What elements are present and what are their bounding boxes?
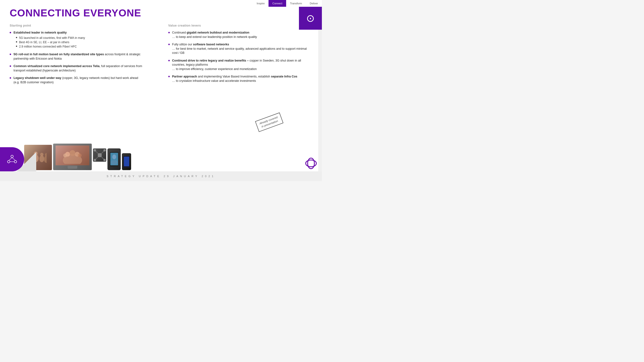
nav-transform[interactable]: Transform — [286, 0, 306, 7]
svg-point-30 — [111, 160, 118, 165]
svg-point-17 — [78, 153, 82, 157]
left-column: Starting point Established leader in net… — [10, 24, 156, 88]
phone-screen-content — [110, 151, 119, 168]
bullet-dot-4 — [10, 77, 11, 79]
footer-bar: STRATEGY UPDATE 29 JANUARY 2021 — [0, 171, 322, 181]
svg-point-2 — [14, 160, 17, 163]
right-column: Value creation levers Continued gigabit … — [166, 24, 312, 88]
right-bullet-dot-1 — [168, 32, 170, 33]
left-section-heading: Starting point — [10, 24, 154, 27]
location-pin-icon: ⊙ — [306, 13, 315, 23]
svg-point-10 — [44, 156, 46, 163]
phone-device-small — [122, 153, 131, 170]
svg-point-1 — [8, 160, 10, 163]
monitor-screen — [56, 145, 89, 165]
sub-item-2: Best 4G in SE, LI, EE – at par in others — [14, 40, 154, 44]
monitor-stand — [68, 166, 77, 169]
bullet-dot-1 — [10, 32, 11, 33]
right-bullet-4: Partner approach and implementing Value … — [168, 74, 312, 83]
nav-inspire[interactable]: Inspire — [253, 0, 268, 7]
left-bullet-list: Established leader in network quality 5G… — [10, 31, 154, 84]
left-bullet-3: Common virtualized core network implemen… — [10, 64, 154, 73]
right-bullet-1: Continued gigabit network buildout and m… — [168, 31, 312, 39]
selfie-group-photo — [60, 147, 84, 164]
telia-logo-icon — [305, 157, 317, 169]
right-section-heading: Value creation levers — [168, 24, 312, 27]
right-bullet-list: Continued gigabit network buildout and m… — [168, 31, 312, 83]
right-bullet-dot-3 — [168, 60, 170, 61]
right-bullet-dot-2 — [168, 44, 170, 45]
gray-strip-right — [318, 30, 322, 171]
right-bullet-dot-4 — [168, 76, 170, 77]
device-images-area — [24, 144, 131, 170]
sub-item-3: 2.9 million homes connected with Fiber/ … — [14, 45, 154, 48]
svg-point-8 — [39, 155, 44, 162]
svg-point-25 — [94, 159, 96, 161]
svg-point-26 — [103, 159, 106, 161]
svg-point-14 — [70, 150, 75, 156]
svg-point-24 — [103, 149, 106, 152]
right-bullet-1-text: Continued gigabit network buildout and m… — [172, 31, 312, 39]
small-phone-screen — [123, 155, 130, 168]
left-bullet-3-text: Common virtualized core network implemen… — [14, 64, 154, 73]
drone-device — [93, 148, 106, 162]
right-bullet-2-text: Fully utilize our software based network… — [172, 42, 312, 55]
sub-dot — [16, 37, 17, 38]
top-navigation: Inspire Connect Transform Deliver — [253, 0, 322, 7]
monitor-device — [53, 144, 92, 170]
drone-icon — [94, 149, 106, 161]
svg-point-0 — [11, 155, 13, 158]
bullet-dot-2 — [10, 53, 11, 55]
left-bullet-4-text: Legacy shutdown well under way (copper, … — [14, 76, 154, 84]
right-bullet-3-text: Continued drive to retire legacy and rea… — [172, 59, 312, 71]
page-title: CONNECTING EVERYONE — [10, 7, 312, 19]
nav-deliver[interactable]: Deliver — [306, 0, 322, 7]
sub-dot — [16, 46, 17, 47]
two-column-layout: Starting point Established leader in net… — [10, 24, 312, 88]
connect-icon-box: ⊙ — [299, 7, 322, 30]
svg-point-9 — [40, 153, 44, 156]
telia-logo-area — [305, 157, 317, 169]
bullet-dot-3 — [10, 65, 11, 67]
svg-point-11 — [45, 153, 46, 156]
right-bullet-2: Fully utilize our software based network… — [168, 42, 312, 55]
right-bullet-4-text: Partner approach and implementing Value … — [172, 74, 312, 83]
nav-connect[interactable]: Connect — [268, 0, 286, 7]
left-bullet-4: Legacy shutdown well under way (copper, … — [10, 76, 154, 84]
svg-line-3 — [9, 158, 12, 160]
svg-rect-32 — [124, 157, 129, 166]
bottom-left-logo — [0, 147, 24, 171]
svg-rect-18 — [98, 153, 102, 157]
footer-text: STRATEGY UPDATE 29 JANUARY 2021 — [107, 175, 216, 178]
left-bullet-2: 5G roll-out in full motion based on full… — [10, 52, 154, 61]
right-bullet-3: Continued drive to retire legacy and rea… — [168, 59, 312, 71]
left-bullet-2-text: 5G roll-out in full motion based on full… — [14, 52, 154, 61]
phone-device-large — [108, 148, 121, 170]
left-bullet-1-text: Established leader in network quality 5G… — [14, 31, 154, 49]
sub-item-1: 5G launched in all countries, first with… — [14, 36, 154, 40]
sub-list-1: 5G launched in all countries, first with… — [14, 36, 154, 49]
sub-dot — [16, 41, 17, 42]
svg-point-16 — [63, 153, 67, 157]
network-nodes-icon — [7, 154, 17, 164]
svg-point-23 — [94, 149, 96, 152]
svg-point-29 — [112, 154, 116, 159]
svg-line-4 — [12, 158, 16, 160]
left-bullet-1: Established leader in network quality 5G… — [10, 31, 154, 49]
